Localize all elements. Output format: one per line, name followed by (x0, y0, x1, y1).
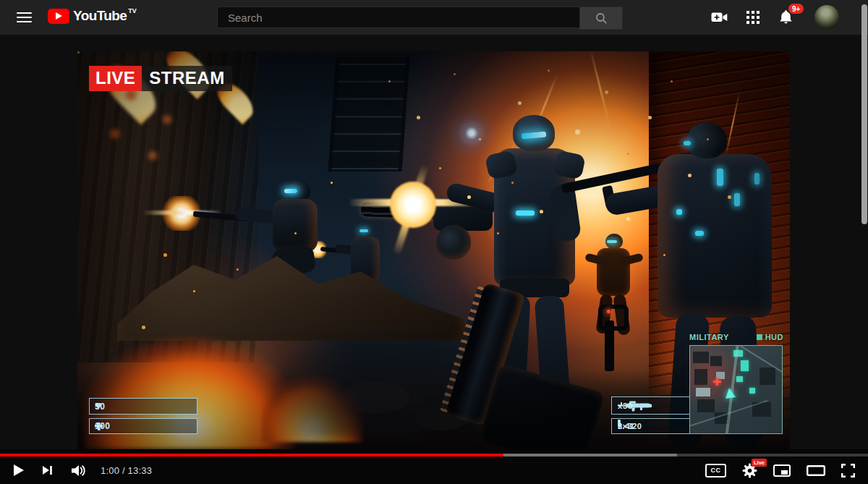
youtube-play-icon (48, 9, 69, 24)
minimap (689, 345, 783, 434)
scrollbar-thumb[interactable] (861, 4, 867, 224)
minimap-objective-marker (713, 378, 721, 386)
notification-count-badge: 9+ (788, 4, 804, 14)
volume-icon (70, 464, 86, 477)
youtube-tv-logo[interactable]: YouTube TV (48, 8, 137, 24)
theater-icon (807, 465, 825, 476)
play-icon (13, 464, 25, 477)
miniplayer-icon (773, 464, 791, 477)
ammo-time: 6.41 (618, 422, 634, 430)
time-display: 1:00 / 13:33 (101, 465, 152, 476)
top-app-bar: YouTube TV 9+ (0, 0, 868, 35)
theater-mode-button[interactable] (807, 465, 825, 476)
settings-button[interactable]: Live (742, 463, 757, 478)
brand-tv-superscript: TV (128, 7, 137, 14)
user-avatar[interactable] (814, 5, 839, 30)
live-quality-badge: Live (752, 459, 767, 467)
ammo-magazine: x30 (618, 402, 633, 410)
search-icon (595, 12, 608, 25)
video-player[interactable]: LIVE STREAM ♥ 50 100 x30 2×320 6.41 MILI… (77, 51, 790, 449)
fullscreen-button[interactable] (841, 464, 855, 477)
stream-label: STREAM (142, 66, 231, 91)
subtitles-button[interactable]: CC (705, 464, 726, 477)
menu-icon[interactable] (17, 12, 32, 22)
search-bar (217, 7, 623, 30)
armor-value: 100 (95, 421, 111, 431)
hud-health-bar: ♥ 50 (89, 398, 197, 415)
fullscreen-icon (841, 464, 855, 477)
miniplayer-button[interactable] (773, 464, 791, 477)
live-label: LIVE (89, 66, 142, 91)
player-control-bar: 1:00 / 13:33 CC Live (0, 449, 868, 484)
minimap-title: MILITARY (689, 333, 729, 341)
apps-grid-icon[interactable] (746, 11, 760, 24)
next-icon (42, 464, 53, 476)
hud-ammo-reserve: 2×320 6.41 (611, 418, 691, 434)
play-button[interactable] (13, 464, 25, 477)
minimap-header: MILITARY HUD (689, 333, 783, 341)
volume-button[interactable] (70, 464, 86, 477)
minimap-player-arrow (724, 387, 736, 399)
hud-ammo-weapon: x30 (611, 396, 691, 415)
search-button[interactable] (579, 7, 623, 30)
live-stream-badge: LIVE STREAM (89, 66, 232, 91)
minimap-mode-icon (757, 334, 762, 340)
minimap-mode: HUD (765, 333, 783, 341)
hud-armor-bar: 100 (89, 418, 197, 434)
health-value: 50 (95, 402, 111, 412)
search-input[interactable] (217, 7, 579, 28)
brand-text: YouTube (73, 8, 127, 24)
next-button[interactable] (42, 464, 53, 476)
create-video-icon[interactable] (711, 10, 728, 25)
